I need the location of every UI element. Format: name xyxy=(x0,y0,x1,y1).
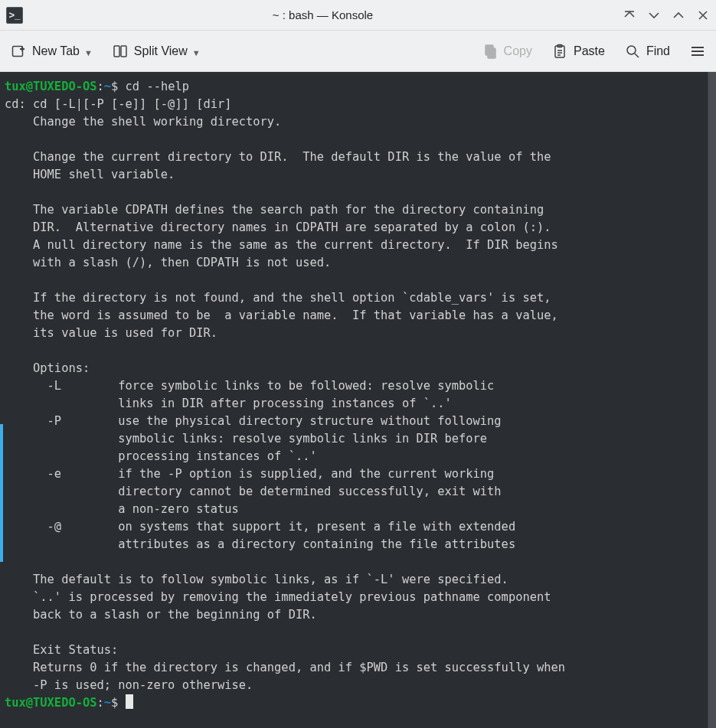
copy-label: Copy xyxy=(504,44,532,58)
konsole-app-icon: >_ xyxy=(6,7,23,24)
paste-icon xyxy=(552,44,567,59)
find-label: Find xyxy=(646,44,670,58)
new-tab-label: New Tab xyxy=(32,44,80,58)
close-icon[interactable] xyxy=(696,8,710,22)
svg-rect-0 xyxy=(13,46,23,56)
titlebar: >_ ~ : bash — Konsole xyxy=(0,0,716,31)
new-tab-button[interactable]: New Tab ▼ xyxy=(11,44,93,59)
svg-rect-1 xyxy=(114,46,119,57)
hamburger-icon xyxy=(690,44,705,59)
svg-rect-2 xyxy=(121,46,126,57)
split-view-label: Split View xyxy=(134,44,188,58)
split-view-button[interactable]: Split View ▼ xyxy=(113,44,201,59)
svg-point-7 xyxy=(627,46,636,54)
copy-button[interactable]: Copy xyxy=(482,44,532,59)
toolbar: New Tab ▼ Split View ▼ Copy xyxy=(0,31,716,72)
paste-label: Paste xyxy=(574,44,605,58)
scrollbar[interactable] xyxy=(708,72,716,728)
terminal-activity-indicator xyxy=(0,72,3,728)
keep-above-icon[interactable] xyxy=(623,8,636,22)
terminal[interactable]: tux@TUXEDO-OS:~$ cd --help cd: cd [-L|[-… xyxy=(0,72,716,728)
chevron-down-icon: ▼ xyxy=(192,48,201,57)
find-button[interactable]: Find xyxy=(625,44,670,59)
svg-rect-4 xyxy=(488,48,495,58)
paste-button[interactable]: Paste xyxy=(552,44,605,59)
split-view-icon xyxy=(113,44,128,59)
window-title: ~ : bash — Konsole xyxy=(23,8,623,21)
scrollbar-thumb[interactable] xyxy=(708,72,716,465)
terminal-output[interactable]: tux@TUXEDO-OS:~$ cd --help cd: cd [-L|[-… xyxy=(3,72,708,728)
copy-icon xyxy=(482,44,498,59)
search-icon xyxy=(625,44,640,59)
chevron-down-icon: ▼ xyxy=(84,48,93,57)
maximize-icon[interactable] xyxy=(672,8,685,22)
hamburger-menu-button[interactable] xyxy=(690,44,705,59)
minimize-icon[interactable] xyxy=(647,8,661,22)
new-tab-icon xyxy=(11,44,26,59)
